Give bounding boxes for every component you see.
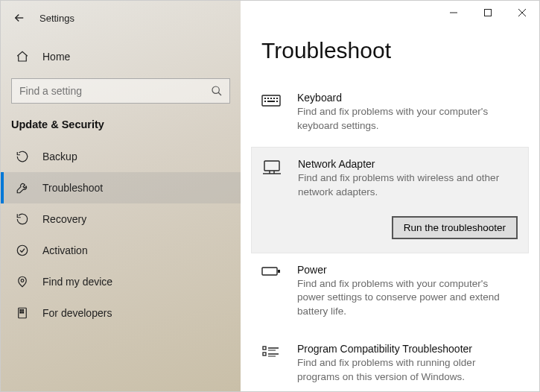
item-desc: Find and fix problems with running older…: [297, 356, 514, 385]
svg-rect-5: [22, 310, 24, 312]
svg-rect-22: [263, 353, 266, 355]
nav-item-backup[interactable]: Backup: [1, 141, 241, 172]
svg-rect-10: [264, 98, 266, 99]
item-title: Network Adapter: [298, 158, 518, 171]
run-button-row: Run the troubleshooter: [298, 216, 518, 239]
backup-icon: [16, 150, 29, 163]
item-desc: Find and fix problems with your computer…: [297, 277, 514, 320]
troubleshooter-power[interactable]: Power Find and fix problems with your co…: [261, 253, 518, 333]
minimize-button[interactable]: [436, 1, 471, 25]
app-title: Settings: [39, 13, 74, 24]
search-icon[interactable]: [211, 85, 223, 97]
recovery-icon: [16, 212, 29, 226]
svg-rect-4: [20, 310, 22, 312]
close-button[interactable]: [505, 1, 539, 25]
troubleshoot-icon: [16, 181, 29, 195]
nav-label: Backup: [42, 151, 77, 162]
home-label: Home: [42, 51, 70, 63]
find-my-device-icon: [16, 275, 29, 288]
nav-home[interactable]: Home: [1, 42, 241, 71]
svg-rect-18: [264, 161, 279, 171]
item-body: Program Compatibility Troubleshooter Fin…: [297, 343, 514, 385]
item-body: Network Adapter Find and fix problems wi…: [298, 158, 518, 239]
nav-label: Find my device: [42, 276, 112, 288]
item-body: Keyboard Find and fix problems with your…: [297, 92, 514, 133]
svg-rect-16: [267, 101, 275, 102]
nav-item-recovery[interactable]: Recovery: [1, 203, 241, 235]
activation-icon: [16, 244, 29, 257]
content-pane: Troubleshoot Keyboard Find and fix probl…: [241, 1, 539, 391]
home-icon: [16, 50, 29, 63]
svg-rect-14: [276, 98, 278, 99]
nav-item-find-my-device[interactable]: Find my device: [1, 266, 241, 297]
svg-point-2: [21, 279, 24, 282]
run-troubleshooter-button[interactable]: Run the troubleshooter: [392, 216, 518, 239]
nav-item-troubleshoot[interactable]: Troubleshoot: [1, 172, 241, 203]
item-desc: Find and fix problems with wireless and …: [298, 171, 518, 200]
svg-point-0: [212, 86, 219, 93]
search-box: [11, 78, 230, 104]
nav-label: Activation: [42, 244, 88, 256]
maximize-button[interactable]: [471, 1, 505, 25]
troubleshooter-network-adapter[interactable]: Network Adapter Find and fix problems wi…: [251, 147, 529, 253]
network-adapter-icon: [262, 158, 285, 239]
svg-rect-17: [276, 101, 278, 102]
svg-point-1: [17, 245, 28, 256]
nav-label: For developers: [42, 307, 112, 319]
svg-rect-12: [270, 98, 272, 99]
sidebar-header: Settings: [1, 1, 241, 32]
svg-rect-7: [22, 312, 24, 314]
program-compatibility-icon: [261, 343, 284, 385]
item-body: Power Find and fix problems with your co…: [297, 264, 514, 320]
power-icon: [261, 264, 284, 320]
nav-item-for-developers[interactable]: For developers: [1, 297, 241, 329]
svg-rect-19: [262, 268, 277, 275]
section-title: Update & Security: [1, 117, 241, 141]
nav-label: Troubleshoot: [42, 182, 103, 194]
svg-rect-20: [278, 270, 280, 273]
search-input[interactable]: [11, 78, 230, 104]
svg-rect-11: [267, 98, 269, 99]
item-desc: Find and fix problems with your computer…: [297, 105, 514, 133]
sidebar: Settings Home Update & Security Backup T…: [1, 1, 241, 391]
item-title: Keyboard: [297, 92, 514, 105]
back-icon[interactable]: [13, 11, 26, 25]
svg-rect-6: [20, 312, 22, 314]
titlebar: [241, 1, 539, 25]
nav-label: Recovery: [42, 213, 86, 225]
page-title: Troubleshoot: [241, 25, 539, 81]
item-title: Program Compatibility Troubleshooter: [297, 343, 514, 356]
troubleshooter-program-compatibility[interactable]: Program Compatibility Troubleshooter Fin…: [261, 332, 518, 391]
troubleshooter-keyboard[interactable]: Keyboard Find and fix problems with your…: [261, 81, 518, 147]
for-developers-icon: [16, 306, 29, 320]
svg-rect-13: [273, 98, 275, 99]
svg-rect-8: [485, 10, 492, 16]
svg-rect-21: [263, 347, 266, 350]
keyboard-icon: [261, 92, 284, 133]
nav-item-activation[interactable]: Activation: [1, 235, 241, 266]
troubleshooter-list: Keyboard Find and fix problems with your…: [241, 81, 539, 391]
item-title: Power: [297, 264, 514, 277]
svg-rect-15: [264, 101, 266, 102]
